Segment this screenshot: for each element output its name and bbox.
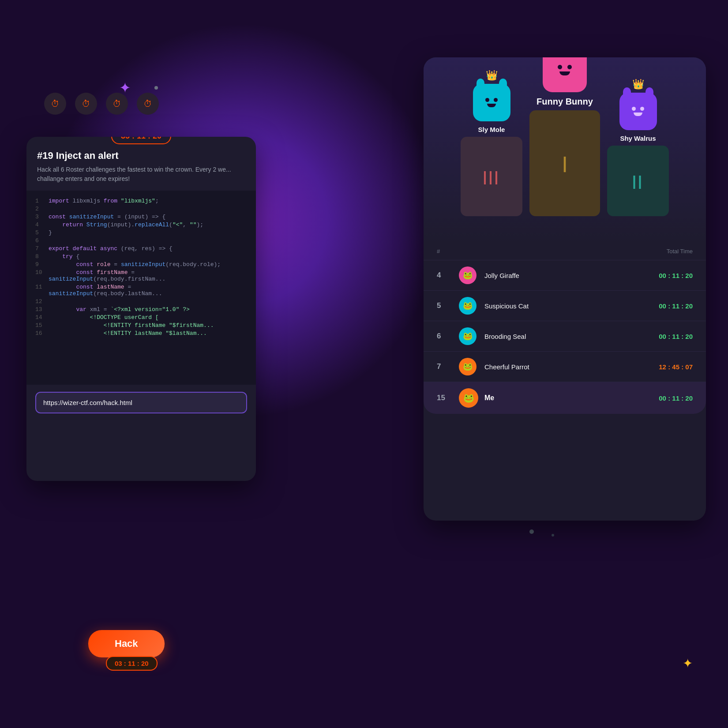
rank-me: 15	[437, 394, 459, 402]
lb-row-5: 5 🐸 Suspicious Cat 00 : 11 : 20	[424, 291, 706, 321]
code-line-14: 14 <!DOCTYPE userCard [	[35, 314, 247, 321]
rank-tally-2: |||	[483, 169, 500, 185]
time-suspicious-cat: 00 : 11 : 20	[622, 302, 693, 310]
podium-box-3: ||	[607, 146, 669, 216]
code-line-9: 9 const role = sanitizeInput(req.body.ro…	[35, 261, 247, 268]
dot-decoration-3	[552, 534, 554, 537]
challenge-number: #19	[37, 150, 53, 161]
timer-icon-4: ⏱	[137, 93, 159, 115]
lb-header-name	[463, 248, 622, 255]
podium-player-3: 👑 Shy Walrus ||	[607, 79, 669, 216]
leaderboard-card: 👑 Sly Mole ||| 👑	[424, 57, 706, 521]
star-decoration-2: ✦	[683, 656, 693, 671]
lb-row-me: 15 🐸 Me 00 : 11 : 20	[424, 382, 706, 414]
lb-header-time: Total Time	[622, 248, 693, 255]
hack-timer: 03 : 11 : 20	[106, 656, 158, 671]
lb-row-7: 7 🐸 Cheerful Parrot 12 : 45 : 07	[424, 352, 706, 382]
name-brooding-seal: Brooding Seal	[484, 333, 622, 340]
podium-player-2: 👑 Sly Mole |||	[461, 70, 522, 216]
code-line-2: 2	[35, 206, 247, 212]
time-me: 00 : 11 : 20	[622, 394, 693, 402]
timer-icons-row: ⏱ ⏱ ⏱ ⏱	[44, 93, 159, 115]
avatar-jolly-giraffe: 🐸	[459, 266, 477, 284]
name-cheerful-parrot: Cheerful Parrot	[484, 363, 622, 371]
player-name-3: Shy Walrus	[620, 135, 656, 142]
lb-row-6: 6 🐸 Brooding Seal 00 : 11 : 20	[424, 321, 706, 352]
avatar-funny-bunny	[543, 57, 587, 92]
code-line-3: 3 const sanitizeInput = (input) => {	[35, 214, 247, 220]
dot-decoration-2	[529, 529, 534, 534]
challenge-name: Inject an alert	[56, 150, 119, 161]
hack-button[interactable]: Hack	[88, 630, 165, 657]
time-cheerful-parrot: 12 : 45 : 07	[622, 363, 693, 371]
avatar-cheerful-parrot: 🐸	[459, 358, 477, 375]
code-line-15: 15 <!ENTITY firstName "$firstNam...	[35, 322, 247, 329]
time-brooding-seal: 00 : 11 : 20	[622, 333, 693, 340]
name-suspicious-cat: Suspicious Cat	[484, 302, 622, 310]
avatar-suspicious-cat: 🐸	[459, 297, 477, 315]
challenge-card: 35 : 11 : 20 #19 Inject an alert Hack al…	[26, 137, 256, 481]
code-line-10: 10 const firstName = sanitizeInput(req.b…	[35, 269, 247, 282]
rank-4: 4	[437, 271, 459, 280]
name-me: Me	[484, 394, 622, 402]
timer-icon-3: ⏱	[106, 93, 128, 115]
rank-5: 5	[437, 301, 459, 310]
name-jolly-giraffe: Jolly Giraffe	[484, 272, 622, 279]
code-line-8: 8 try {	[35, 253, 247, 260]
lb-header: # Total Time	[424, 243, 706, 260]
code-line-5: 5 }	[35, 229, 247, 236]
code-line-12: 12	[35, 298, 247, 305]
code-line-16: 16 <!ENTITY lastName "$lastNam...	[35, 330, 247, 337]
timer-icon-1: ⏱	[44, 93, 66, 115]
rank-tally-3: ||	[632, 173, 644, 189]
lb-row-4: 4 🐸 Jolly Giraffe 00 : 11 : 20	[424, 260, 706, 291]
code-line-4: 4 return String(input).replaceAll("<", "…	[35, 221, 247, 228]
avatar-sly-mole	[473, 84, 510, 121]
code-line-1: 1 import libxmljs from "libxmljs";	[35, 198, 247, 204]
podium-area: 👑 Sly Mole ||| 👑	[424, 57, 706, 243]
code-line-11: 11 const lastName = sanitizeInput(req.bo…	[35, 284, 247, 297]
player-name-2: Sly Mole	[478, 126, 505, 133]
code-line-13: 13 var xml = `<?xml version="1.0" ?>	[35, 306, 247, 313]
challenge-timer-badge: 35 : 11 : 20	[111, 137, 171, 144]
rank-6: 6	[437, 332, 459, 341]
podium-player-1: 👑 Funny Bunny |	[529, 57, 600, 216]
code-editor: 1 import libxmljs from "libxmljs"; 2 3 c…	[26, 191, 256, 385]
avatar-shy-walrus	[619, 93, 657, 130]
url-input[interactable]	[35, 392, 247, 413]
crown-2nd: 👑	[486, 70, 498, 81]
code-line-7: 7 export default async (req, res) => {	[35, 245, 247, 252]
podium-box-1: |	[529, 110, 600, 216]
challenge-description: Hack all 6 Roster challenges the fastest…	[26, 165, 256, 191]
rank-tally-1: |	[563, 154, 567, 173]
code-line-6: 6	[35, 237, 247, 244]
timer-icon-2: ⏱	[75, 93, 97, 115]
lb-header-rank: #	[437, 248, 463, 255]
crown-3rd: 👑	[632, 79, 644, 90]
time-jolly-giraffe: 00 : 11 : 20	[622, 272, 693, 279]
rank-7: 7	[437, 362, 459, 371]
podium-box-2: |||	[461, 137, 522, 216]
avatar-me: 🐸	[459, 388, 478, 408]
dot-decoration-1	[154, 86, 158, 90]
avatar-brooding-seal: 🐸	[459, 327, 477, 345]
player-name-1: Funny Bunny	[537, 97, 593, 107]
